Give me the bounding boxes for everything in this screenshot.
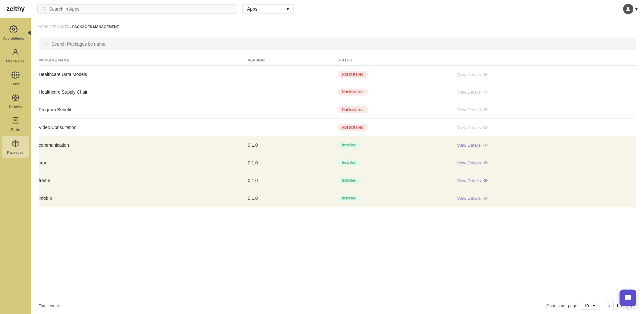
package-version: [248, 83, 337, 101]
package-version: 0.1.0: [248, 154, 337, 172]
svg-point-24: [485, 109, 486, 110]
svg-point-22: [485, 92, 486, 93]
sidebar-item-user[interactable]: User: [2, 68, 29, 89]
sidebar: App Settings User Roles User: [0, 18, 31, 314]
package-name: frame: [39, 172, 248, 189]
package-action[interactable]: View Details: [457, 136, 637, 154]
sidebar-label-tasks: Tasks: [11, 128, 20, 132]
table-row: Healthcare Supply ChainNot InstalledView…: [39, 83, 636, 101]
user-icon: [11, 71, 20, 80]
eye-icon: [483, 72, 488, 77]
user-chevron-icon: ▾: [635, 6, 638, 12]
sidebar-item-wrap-app-settings: App Settings: [0, 22, 31, 43]
policies-icon: [11, 94, 20, 103]
view-details-label: View Details: [457, 196, 481, 201]
svg-point-4: [14, 49, 17, 52]
col-header-name: PACKAGE NAME: [39, 55, 248, 66]
package-name: infobip: [39, 189, 248, 207]
col-header-version: VERSION: [248, 55, 337, 66]
svg-point-3: [13, 28, 15, 31]
package-action[interactable]: View Details: [457, 172, 637, 189]
package-action: View Details: [457, 66, 637, 83]
status-badge: Not Installed: [338, 71, 368, 78]
counts-per-page-select[interactable]: 10 20 50: [580, 302, 597, 310]
package-action[interactable]: View Details: [457, 154, 637, 172]
status-badge: Not Installed: [338, 106, 368, 113]
svg-point-5: [14, 74, 16, 76]
svg-point-7: [14, 97, 16, 99]
eye-icon: [483, 125, 488, 130]
package-status: Not Installed: [338, 83, 457, 101]
package-search-input[interactable]: [52, 42, 632, 47]
sidebar-item-user-roles[interactable]: User Roles: [2, 45, 29, 66]
sidebar-label-packages: Packages: [7, 151, 24, 154]
view-details-label: View Details: [457, 72, 481, 77]
table-row: frame0.1.0InstalledView Details: [39, 172, 636, 189]
eye-icon: [483, 89, 488, 95]
sidebar-item-tasks[interactable]: Tasks: [2, 113, 29, 135]
view-details-label: View Details: [457, 143, 481, 148]
main-content: APPS / TENANT3 / PACKAGES MANAGEMENT PAC…: [31, 18, 644, 314]
status-badge: Installed: [338, 142, 361, 149]
sidebar-label-user-roles: User Roles: [6, 59, 24, 63]
package-search-icon: [43, 42, 48, 47]
logo: zelthy: [6, 5, 32, 13]
breadcrumb-current: PACKAGES MANAGEMENT: [72, 25, 119, 29]
package-status: Installed: [338, 189, 457, 207]
package-status: Installed: [338, 172, 457, 189]
total-count-label: Total count:: [39, 303, 60, 308]
svg-point-28: [485, 145, 486, 146]
package-name: Video Consultation: [39, 119, 248, 136]
breadcrumb: APPS / TENANT3 / PACKAGES MANAGEMENT: [31, 18, 644, 33]
search-icon: [42, 6, 46, 12]
eye-icon: [483, 160, 488, 165]
view-details-link[interactable]: View Details: [457, 143, 488, 148]
view-details-label: View Details: [457, 161, 481, 165]
package-status: Not Installed: [338, 119, 457, 136]
package-name: crud: [39, 154, 248, 172]
sidebar-label-app-settings: App Settings: [3, 36, 24, 40]
chat-bubble[interactable]: [620, 290, 636, 306]
view-details-link: View Details: [457, 125, 488, 130]
table-row: communication0.1.0InstalledView Details: [39, 136, 636, 154]
eye-icon: [483, 107, 488, 112]
apps-dropdown[interactable]: Apps ▾: [242, 4, 294, 14]
breadcrumb-apps[interactable]: APPS: [39, 25, 49, 29]
current-page: 1: [616, 303, 619, 308]
status-badge: Not Installed: [338, 88, 368, 96]
package-status: Installed: [338, 154, 457, 172]
package-action[interactable]: View Details: [457, 189, 637, 207]
package-status: Installed: [338, 136, 457, 154]
breadcrumb-tenant[interactable]: TENANT3: [52, 25, 69, 29]
view-details-link: View Details: [457, 107, 488, 112]
package-search-bar[interactable]: [39, 38, 636, 50]
avatar: [623, 4, 633, 14]
package-version: 0.1.0: [248, 136, 337, 154]
status-badge: Installed: [338, 177, 361, 184]
view-details-link: View Details: [457, 72, 488, 77]
user-menu[interactable]: ▾: [623, 4, 638, 14]
view-details-link[interactable]: View Details: [457, 196, 488, 201]
package-version: [248, 119, 337, 136]
status-badge: Installed: [338, 159, 361, 166]
table-row: crud0.1.0InstalledView Details: [39, 154, 636, 172]
package-name: Healthcare Supply Chain: [39, 83, 248, 101]
package-name: Healthcare Data Models: [39, 66, 248, 83]
sidebar-item-policies[interactable]: Policies: [2, 90, 29, 112]
view-details-label: View Details: [457, 125, 481, 130]
eye-icon: [483, 178, 488, 183]
view-details-link: View Details: [457, 89, 488, 95]
packages-table: PACKAGE NAME VERSION STATUS Healthcare D…: [39, 55, 636, 207]
search-bar[interactable]: [37, 4, 237, 14]
search-input[interactable]: [49, 6, 233, 12]
svg-line-18: [46, 45, 47, 46]
sidebar-item-packages[interactable]: Packages: [2, 136, 29, 158]
user-roles-icon: [11, 48, 20, 58]
view-details-link[interactable]: View Details: [457, 160, 488, 165]
package-status: Not Installed: [338, 101, 457, 119]
view-details-link[interactable]: View Details: [457, 178, 488, 183]
package-status: Not Installed: [338, 66, 457, 83]
view-details-label: View Details: [457, 90, 481, 95]
prev-page-button[interactable]: <: [605, 301, 614, 310]
sidebar-item-app-settings[interactable]: App Settings: [0, 22, 27, 43]
